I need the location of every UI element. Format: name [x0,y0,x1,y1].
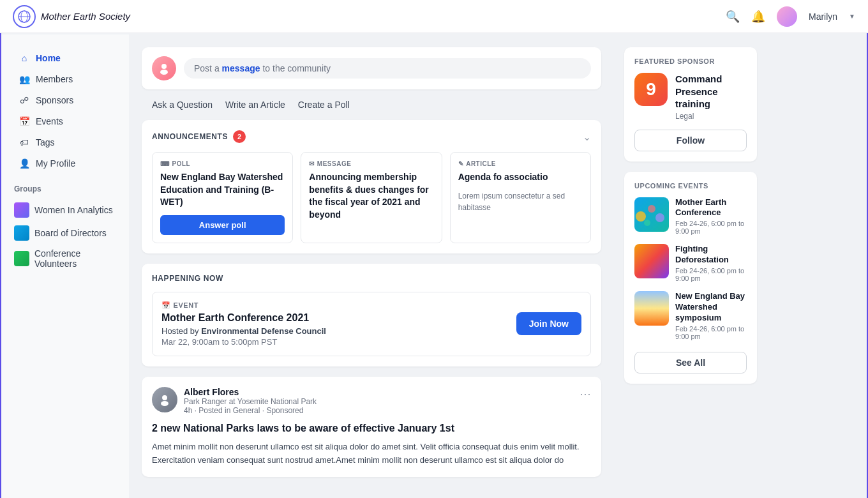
sidebar: ⌂ Home 👥 Members ☍ Sponsors 📅 Events 🏷 T… [1,34,129,498]
group-label: Women In Analytics [34,205,113,215]
post-card: Albert Flores Park Ranger at Yosemite Na… [142,377,601,478]
event-item-info-3: New England Bay Watershed symposium Feb … [675,291,747,340]
header: Mother Earth Society 🔍 🔔 Marilyn ▼ [0,0,868,33]
sidebar-item-profile[interactable]: 👤 My Profile [6,153,124,174]
announcements-grid: ⌨ POLL New England Bay Watershed Educati… [152,152,591,243]
post-options-icon[interactable]: ⋯ [580,387,591,401]
svg-point-4 [160,70,168,75]
post-bar: Post a message to the community [142,47,601,89]
svg-point-9 [655,213,664,222]
bell-icon[interactable]: 🔔 [751,10,765,24]
announcements-header-left: ANNOUNCEMENTS 2 [152,130,246,143]
avatar[interactable] [777,6,797,27]
happening-event-host: Hosted by Environmental Defense Council [161,326,326,336]
event-item-date-1: Feb 24-26, 6:00 pm to 9:00 pm [675,220,747,235]
main-content: Post a message to the community Ask a Qu… [129,34,614,498]
announcements-header: ANNOUNCEMENTS 2 ⌄ [152,130,591,143]
group-label: Conference Volunteers [34,248,116,269]
sponsor-info: 9 Command Presence training Legal [634,73,747,121]
svg-point-10 [644,220,650,226]
post-placeholder-link: message [222,63,260,73]
post-user-info: Albert Flores Park Ranger at Yosemite Na… [184,387,317,415]
sidebar-item-home[interactable]: ⌂ Home [6,48,124,68]
sponsor-details: Command Presence training Legal [675,73,747,121]
chevron-down-icon[interactable]: ▼ [849,13,855,20]
svg-point-7 [636,211,646,222]
create-poll-button[interactable]: Create a Poll [298,100,350,110]
ask-question-button[interactable]: Ask a Question [152,100,213,110]
group-item-board-directors[interactable]: Board of Directors [1,222,129,245]
write-article-button[interactable]: Write an Article [225,100,285,110]
members-icon: 👥 [19,74,29,84]
upcoming-event-3[interactable]: New England Bay Watershed symposium Feb … [634,291,747,340]
happening-title: HAPPENING NOW [152,274,591,283]
sidebar-item-label: Members [36,74,73,84]
upcoming-events-card: UPCOMING EVENTS Mother Earth Conference … [624,172,757,384]
announcement-card-article: ✎ ARTICLE Agenda fo associatio Lorem ips… [450,152,591,243]
event-item-name-1: Mother Earth Conference [675,197,747,219]
events-icon: 📅 [19,116,29,126]
announcements-collapse-icon[interactable]: ⌄ [583,131,591,143]
svg-point-8 [648,205,655,213]
happening-now-section: HAPPENING NOW 📅 EVENT Mother Earth Confe… [142,264,601,366]
post-author-role: Park Ranger at Yosemite National Park [184,397,317,406]
post-body: Amet minim mollit non deserunt ullamco e… [152,441,591,467]
event-item-info-1: Mother Earth Conference Feb 24-26, 6:00 … [675,197,747,236]
group-item-conf-volunteers[interactable]: Conference Volunteers [1,245,129,273]
join-now-button[interactable]: Join Now [516,312,581,335]
event-thumb-1 [634,197,669,232]
ann-type-poll: ⌨ POLL [160,160,285,167]
right-panel: FEATURED SPONSOR 9 Command Presence trai… [614,34,767,498]
follow-button[interactable]: Follow [634,130,747,151]
message-icon: ✉ [309,160,315,167]
happening-event-name: Mother Earth Conference 2021 [161,312,326,324]
upcoming-event-1[interactable]: Mother Earth Conference Feb 24-26, 6:00 … [634,197,747,236]
sidebar-item-sponsors[interactable]: ☍ Sponsors [6,90,124,110]
answer-poll-button[interactable]: Answer poll [160,215,285,235]
sidebar-item-label: My Profile [36,158,75,169]
ann-title-article: Agenda fo associatio [458,171,583,184]
logo-icon [13,5,36,28]
event-item-name-2: Fighting Deforestation [675,244,747,266]
post-card-header: Albert Flores Park Ranger at Yosemite Na… [152,387,591,415]
post-input[interactable]: Post a message to the community [184,58,591,79]
announcement-card-poll: ⌨ POLL New England Bay Watershed Educati… [152,152,293,243]
event-thumb-2 [634,244,669,278]
announcements-title: ANNOUNCEMENTS [152,132,228,141]
upcoming-events-label: UPCOMING EVENTS [634,182,747,190]
happening-event-info: 📅 EVENT Mother Earth Conference 2021 Hos… [161,301,326,347]
announcements-section: ANNOUNCEMENTS 2 ⌄ ⌨ POLL New England Bay… [142,120,601,253]
sponsor-name: Command Presence training [675,73,747,110]
happening-host-name: Environmental Defense Council [201,326,326,336]
groups-label: Groups [1,174,129,199]
user-name: Marilyn [809,11,837,22]
post-title: 2 new National Parks laws to be aware of… [152,423,591,434]
poll-icon: ⌨ [160,160,170,167]
featured-sponsor-label: FEATURED SPONSOR [634,57,747,65]
search-icon[interactable]: 🔍 [726,10,740,24]
post-placeholder-suf: to the community [262,63,331,73]
group-icon-women [14,202,29,218]
svg-point-6 [161,401,168,406]
sidebar-item-tags[interactable]: 🏷 Tags [6,132,124,153]
sidebar-nav: ⌂ Home 👥 Members ☍ Sponsors 📅 Events 🏷 T… [1,48,129,174]
ann-type-message: ✉ MESSAGE [309,160,433,167]
post-placeholder-pre: Post a [194,63,220,73]
post-actions: Ask a Question Write an Article Create a… [142,94,601,120]
ann-body-article: Lorem ipsum consectetur a sed habitasse [458,190,583,213]
event-item-date-3: Feb 24-26, 6:00 pm to 9:00 pm [675,325,747,340]
post-user-avatar [152,387,177,412]
logo-area: Mother Earth Society [13,5,726,28]
profile-icon: 👤 [19,158,29,169]
event-item-info-2: Fighting Deforestation Feb 24-26, 6:00 p… [675,244,747,282]
see-all-button[interactable]: See All [634,352,747,374]
post-meta: 4h · Posted in General · Sponsored [184,406,317,415]
sidebar-item-label: Home [36,53,61,63]
featured-sponsor-card: FEATURED SPONSOR 9 Command Presence trai… [624,47,757,162]
logo-text: Mother Earth Society [41,11,130,22]
upcoming-event-2[interactable]: Fighting Deforestation Feb 24-26, 6:00 p… [634,244,747,282]
sidebar-item-events[interactable]: 📅 Events [6,111,124,132]
sidebar-item-members[interactable]: 👥 Members [6,69,124,89]
event-item-date-2: Feb 24-26, 6:00 pm to 9:00 pm [675,267,747,282]
group-item-women-analytics[interactable]: Women In Analytics [1,199,129,222]
